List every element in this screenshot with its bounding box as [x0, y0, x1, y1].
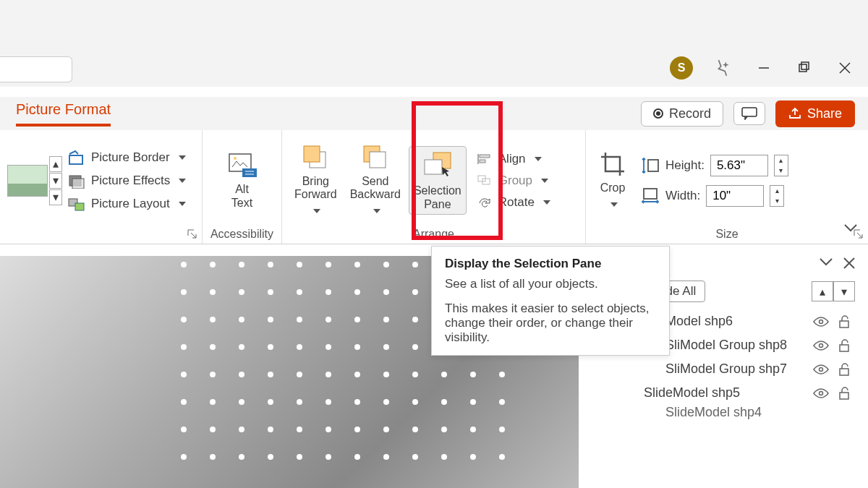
list-item[interactable]: SliModel Group shp7 — [600, 357, 868, 381]
minimize-button[interactable] — [754, 58, 774, 78]
tooltip-selection-pane: Display the Selection Pane See a list of… — [431, 246, 670, 356]
visibility-icon[interactable] — [813, 340, 830, 351]
picture-effects-button[interactable]: Picture Effects — [65, 171, 189, 190]
ribbon-tabs: Picture Format Record Share — [0, 97, 868, 130]
group-size: Crop Height: ▴▾ Width: ▴▾ Size — [586, 130, 868, 244]
align-icon — [477, 153, 493, 166]
svg-point-31 — [820, 320, 823, 323]
svg-rect-32 — [840, 321, 848, 328]
group-accessibility: Alt Text Accessibility — [203, 130, 282, 244]
svg-rect-13 — [242, 168, 257, 177]
selection-pane-icon — [420, 150, 455, 181]
record-label: Record — [669, 106, 711, 121]
share-button[interactable]: Share — [775, 100, 855, 127]
record-icon — [653, 108, 663, 119]
picture-layout-label: Picture Layout — [91, 197, 170, 211]
item-label: SliModel Group shp8 — [665, 338, 787, 353]
maximize-button[interactable] — [794, 58, 814, 78]
lock-icon[interactable] — [838, 314, 855, 329]
svg-rect-38 — [840, 393, 848, 399]
send-backward-button[interactable]: Send Backward — [345, 140, 406, 221]
tooltip-line2: This makes it easier to select objects, … — [445, 301, 656, 345]
crop-button[interactable]: Crop — [593, 146, 632, 215]
tooltip-line1: See a list of all your objects. — [445, 277, 656, 291]
svg-point-12 — [234, 157, 237, 160]
group-label-size: Size — [593, 226, 861, 241]
title-bar-right: S — [670, 56, 855, 80]
crop-icon — [598, 150, 627, 179]
item-label: Model shp6 — [665, 314, 733, 329]
lock-icon[interactable] — [838, 386, 855, 401]
width-icon — [641, 187, 660, 205]
title-bar: S — [0, 0, 868, 87]
visibility-icon[interactable] — [813, 388, 830, 399]
group-picture-styles: ▴ ▾ ▾ Picture Border Picture Effects — [0, 130, 203, 244]
height-row: Height: ▴▾ — [641, 155, 788, 176]
item-label: SlideModel shp5 — [644, 385, 740, 401]
height-spinner[interactable]: ▴▾ — [774, 155, 788, 176]
picture-styles-gallery[interactable]: ▴ ▾ ▾ — [7, 156, 62, 205]
visibility-icon[interactable] — [813, 316, 830, 328]
bring-forward-button[interactable]: Bring Forward — [289, 140, 342, 221]
picture-effects-icon — [68, 173, 85, 189]
alt-text-label: Alt Text — [231, 183, 252, 210]
move-up-button[interactable]: ▴ — [812, 281, 833, 301]
comments-button[interactable] — [733, 102, 765, 125]
svg-point-33 — [820, 343, 823, 347]
close-button[interactable] — [835, 58, 855, 78]
dialog-launcher-icon[interactable] — [187, 229, 197, 239]
lock-icon[interactable] — [838, 338, 855, 353]
svg-rect-17 — [304, 146, 320, 162]
svg-rect-8 — [72, 179, 84, 189]
picture-border-icon — [68, 150, 85, 166]
selection-pane-label: Selection Pane — [414, 184, 461, 211]
svg-rect-10 — [75, 203, 84, 210]
svg-rect-27 — [648, 160, 658, 171]
alt-text-button[interactable]: Alt Text — [221, 147, 263, 213]
svg-rect-34 — [840, 345, 848, 351]
mic-icon[interactable] — [713, 58, 733, 78]
svg-point-37 — [820, 391, 823, 395]
group-label-accessibility: Accessibility — [210, 226, 274, 241]
collapse-ribbon-icon[interactable] — [843, 223, 858, 234]
rotate-button[interactable]: Rotate — [474, 194, 553, 211]
gallery-down-icon[interactable]: ▾ — [49, 173, 62, 189]
picture-layout-icon — [68, 196, 85, 212]
svg-rect-36 — [840, 369, 848, 375]
gallery-more-icon[interactable]: ▾ — [49, 189, 62, 205]
align-button[interactable]: Align — [474, 150, 553, 168]
style-thumbnail[interactable] — [7, 165, 48, 197]
width-label: Width: — [665, 189, 700, 203]
height-label: Height: — [665, 158, 705, 173]
svg-rect-2 — [801, 62, 809, 69]
svg-rect-21 — [425, 160, 442, 174]
group-button: Group — [474, 172, 553, 189]
width-input[interactable] — [706, 185, 764, 207]
record-button[interactable]: Record — [641, 101, 723, 127]
picture-layout-button[interactable]: Picture Layout — [65, 194, 189, 213]
height-input[interactable] — [710, 155, 768, 176]
selection-pane-button[interactable]: Selection Pane — [409, 146, 467, 215]
pane-close-icon[interactable] — [843, 257, 855, 269]
group-icon — [477, 174, 493, 187]
svg-rect-23 — [480, 155, 490, 158]
tab-picture-format[interactable]: Picture Format — [16, 101, 111, 127]
pane-collapse-icon[interactable] — [819, 257, 833, 267]
list-item[interactable]: SlideModel shp5 — [600, 381, 868, 405]
lock-icon[interactable] — [838, 362, 855, 377]
rotate-icon — [477, 196, 493, 209]
gallery-up-icon[interactable]: ▴ — [49, 156, 62, 172]
group-label: Group — [498, 174, 532, 188]
crop-label: Crop — [600, 181, 626, 194]
picture-effects-label: Picture Effects — [91, 174, 170, 188]
svg-rect-1 — [799, 64, 807, 72]
height-icon — [641, 157, 660, 174]
width-row: Width: ▴▾ — [641, 185, 788, 207]
visibility-icon[interactable] — [813, 364, 830, 375]
rotate-label: Rotate — [498, 195, 535, 210]
width-spinner[interactable]: ▴▾ — [770, 185, 784, 207]
move-down-button[interactable]: ▾ — [833, 281, 855, 301]
user-avatar[interactable]: S — [670, 56, 693, 80]
picture-border-button[interactable]: Picture Border — [65, 148, 189, 167]
alt-text-icon — [226, 151, 258, 180]
